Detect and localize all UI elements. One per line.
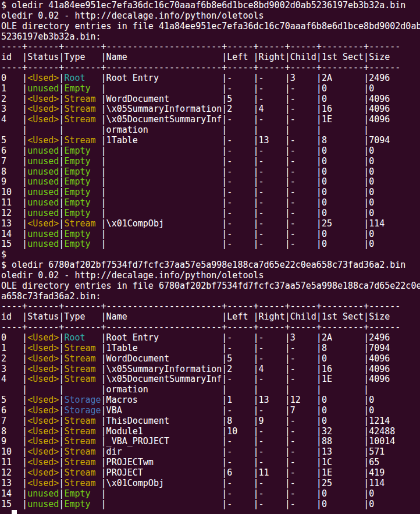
terminal-text-green: Empty bbox=[64, 239, 101, 249]
terminal-line: 8 |<Used>|Stream |Module1 |10 |- |- |32 … bbox=[1, 427, 420, 437]
terminal-line: 7 |unused|Empty | |- |- |- |0 |0 bbox=[1, 157, 420, 167]
terminal-line: 12 |<Used>|Stream |PROJECT |6 |11 |- |1E… bbox=[1, 468, 420, 478]
terminal-text-green: Empty bbox=[64, 166, 101, 177]
terminal-line: 9 |<Used>|Stream |_VBA_PROJECT |- |- |- … bbox=[1, 437, 420, 447]
terminal-text: 6 | bbox=[1, 146, 27, 156]
terminal-text: ----+------+-------+--------------------… bbox=[1, 301, 400, 311]
terminal-text-yellow: Stream bbox=[64, 478, 101, 488]
terminal-text-yellow: Stream bbox=[64, 426, 101, 437]
terminal-line: oledir 0.02 - http://decalage.info/pytho… bbox=[1, 11, 420, 22]
terminal-text: | |- |- |- |0 |0 bbox=[101, 83, 375, 94]
terminal-text: |1Table |- |- |- |8 |7094 bbox=[101, 343, 390, 353]
terminal-output: $ oledir 41a84ee951ec7efa36dc16c70aaaf6b… bbox=[0, 0, 420, 509]
terminal-line: 6 |unused|Empty | |- |- |- |0 |0 bbox=[1, 146, 420, 157]
terminal-line: 10 |<Used>|Stream |dir |- |- |- |13 |571 bbox=[1, 447, 420, 458]
terminal-line: OLE directory entries in file 6780af202b… bbox=[1, 281, 420, 292]
terminal-text-yellow: Stream bbox=[64, 446, 101, 457]
terminal-text-green: Empty bbox=[64, 197, 101, 208]
terminal-text: 0 | bbox=[1, 73, 27, 83]
terminal-text: |\x01CompObj |- |- |- |25 |114 bbox=[101, 478, 385, 488]
terminal-line: 4 |<Used>|Stream |\x05DocumentSummaryInf… bbox=[1, 374, 420, 385]
terminal-text: |PROJECTwm |- |- |- |1C |65 bbox=[101, 457, 380, 467]
terminal-text: | |- |- |- |0 |0 bbox=[101, 499, 375, 509]
terminal-text-yellow: <Used> bbox=[27, 374, 59, 384]
terminal-text-blue: Storage bbox=[64, 395, 101, 405]
terminal-text: 5236197eb3b32a.bin: bbox=[1, 31, 101, 42]
terminal-text: 11 | bbox=[1, 457, 27, 467]
terminal-line: ----+------+-------+--------------------… bbox=[1, 42, 420, 52]
terminal-text-cyan: Root bbox=[64, 332, 101, 343]
terminal-text-yellow: Stream bbox=[64, 343, 101, 353]
terminal-text-yellow: Stream bbox=[64, 94, 101, 104]
terminal-line: 13 |<Used>|Stream |\x01CompObj |- |- |- … bbox=[1, 478, 420, 489]
terminal-text-green: Empty bbox=[64, 176, 101, 187]
terminal-text-green: Empty bbox=[64, 146, 101, 156]
terminal-line: 3 |<Used>|Stream |\x05SummaryInformation… bbox=[1, 364, 420, 375]
terminal-line: 2 |<Used>|Stream |WordDocument |5 |- |- … bbox=[1, 354, 420, 364]
terminal-line: 3 |<Used>|Stream |\x05SummaryInformation… bbox=[1, 104, 420, 115]
terminal-text: |\x05DocumentSummaryInf|- |- |- |1E |409… bbox=[101, 114, 390, 125]
terminal-line: 5 |<Used>|Storage|Macros |1 |13 |12 |0 |… bbox=[1, 395, 420, 406]
terminal-text: |Macros |1 |13 |12 |0 |0 bbox=[101, 395, 375, 405]
terminal-text: 10 | bbox=[1, 446, 27, 457]
terminal-text: 2 | bbox=[1, 94, 27, 104]
terminal-text-green: unused bbox=[27, 187, 59, 197]
terminal-text: ----+------+-------+--------------------… bbox=[1, 41, 400, 52]
terminal-text: | |- |- |- |0 |0 bbox=[101, 187, 375, 197]
terminal-text: id |Status|Type |Name |Left |Right|Child… bbox=[1, 52, 390, 62]
terminal-text: | |- |- |- |0 |0 bbox=[101, 239, 375, 249]
terminal-text-yellow: <Used> bbox=[27, 94, 59, 104]
terminal-line: 14 |unused|Empty | |- |- |- |0 |0 bbox=[1, 489, 420, 499]
terminal-text-yellow: Stream bbox=[64, 114, 101, 125]
terminal-text: |\x05DocumentSummaryInf|- |- |- |1E |409… bbox=[101, 374, 390, 384]
terminal-line: 15 |unused|Empty | |- |- |- |0 |0 bbox=[1, 239, 420, 250]
terminal-text-green: unused bbox=[27, 229, 59, 239]
terminal-text-green: unused bbox=[27, 488, 59, 499]
terminal-line: 9 |unused|Empty | |- |- |- |0 |0 bbox=[1, 177, 420, 187]
terminal-text-yellow: Stream bbox=[64, 374, 101, 384]
terminal-text-green: Empty bbox=[64, 156, 101, 166]
terminal-text-yellow: <Used> bbox=[27, 467, 59, 478]
terminal-line: 11 |<Used>|Stream |PROJECTwm |- |- |- |1… bbox=[1, 458, 420, 468]
terminal-text-green: unused bbox=[27, 197, 59, 208]
terminal-text-green: Empty bbox=[64, 208, 101, 218]
terminal-text: ----+------+-------+--------------------… bbox=[1, 322, 400, 332]
terminal-text-green: unused bbox=[27, 146, 59, 156]
terminal-text-green: unused bbox=[27, 83, 59, 94]
terminal-text-green: unused bbox=[27, 156, 59, 166]
terminal-text: | | |ormation | | | | | bbox=[1, 384, 369, 395]
terminal-line: 4 |<Used>|Stream |\x05DocumentSummaryInf… bbox=[1, 115, 420, 125]
terminal-line: 15 |unused|Empty | |- |- |- |0 |0 bbox=[1, 499, 420, 510]
terminal-text: 10 | bbox=[1, 187, 27, 197]
terminal-text-green: Empty bbox=[64, 229, 101, 239]
terminal-cursor[interactable] bbox=[12, 510, 17, 514]
terminal-text: 0 | bbox=[1, 332, 27, 343]
terminal-text: OLE directory entries in file 6780af202b… bbox=[1, 281, 420, 291]
terminal-text-blue: Storage bbox=[64, 405, 101, 416]
terminal-line: 6 |<Used>|Storage|VBA |- |- |7 |0 |0 bbox=[1, 406, 420, 416]
terminal-text: ----+------+-------+--------------------… bbox=[1, 62, 400, 73]
terminal-text-yellow: <Used> bbox=[27, 104, 59, 114]
terminal-text: | |- |- |- |0 |0 bbox=[101, 146, 375, 156]
terminal-text: |1Table |- |13 |- |8 |7094 bbox=[101, 135, 390, 146]
terminal-text: |PROJECT |6 |11 |- |1E |419 bbox=[101, 467, 385, 478]
terminal-text: 14 | bbox=[1, 229, 27, 239]
terminal-text-green: Empty bbox=[64, 187, 101, 197]
terminal-text: OLE directory entries in file 41a84ee951… bbox=[1, 21, 420, 31]
terminal-text: id |Status|Type |Name |Left |Right|Child… bbox=[1, 311, 390, 322]
terminal-line: ----+------+-------+--------------------… bbox=[1, 63, 420, 73]
terminal-text-yellow: <Used> bbox=[27, 426, 59, 437]
terminal-text-green: Empty bbox=[64, 499, 101, 509]
terminal-text: | | |ormation | | | | | bbox=[1, 125, 369, 135]
terminal-text: $ oledir 41a84ee951ec7efa36dc16c70aaaf6b… bbox=[1, 0, 405, 10]
terminal-text-cyan: Root bbox=[64, 73, 101, 83]
terminal-text-yellow: <Used> bbox=[27, 73, 59, 83]
terminal-text: |dir |- |- |- |13 |571 bbox=[101, 446, 385, 457]
terminal-text: |WordDocument |5 |- |- |0 |4096 bbox=[101, 353, 390, 364]
terminal-text-yellow: <Used> bbox=[27, 436, 59, 446]
terminal-text-yellow: Stream bbox=[64, 416, 101, 426]
terminal-text-green: unused bbox=[27, 166, 59, 177]
terminal-line: ----+------+-------+--------------------… bbox=[1, 322, 420, 333]
terminal-text: 2 | bbox=[1, 353, 27, 364]
terminal-line: 12 |unused|Empty | |- |- |- |0 |0 bbox=[1, 208, 420, 219]
